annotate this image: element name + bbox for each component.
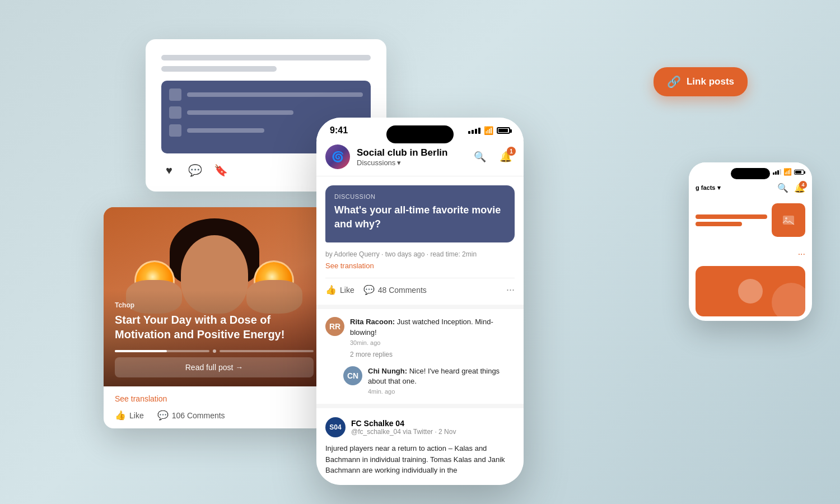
like-icon: 👍: [325, 284, 337, 295]
post-title: Start Your Day with a Dose of Motivation…: [115, 312, 314, 342]
bookmark-icon[interactable]: 🔖: [213, 162, 228, 178]
see-translation-discussion[interactable]: See translation: [325, 262, 515, 270]
right-card-thumbnail: [772, 203, 805, 237]
right-wifi-icon: 📶: [783, 168, 792, 176]
link-icon: 🔗: [667, 75, 681, 88]
phone-right-header-text: g facts ▾: [696, 184, 773, 192]
phone-right-notch: [731, 168, 770, 179]
comments-action[interactable]: 💬 48 Comments: [363, 284, 427, 295]
notification-button[interactable]: 🔔 1: [497, 148, 515, 166]
rita-comment-text: Rita Racoon: Just watched Inception. Min…: [350, 317, 515, 337]
read-full-post-button[interactable]: Read full post →: [115, 357, 314, 377]
like-label: Like: [129, 411, 144, 420]
phone-header-actions: 🔍 🔔 1: [471, 148, 515, 166]
schalke-avatar: S04: [325, 417, 346, 437]
phone-time: 9:41: [330, 125, 348, 136]
image-placeholder-icon: [782, 213, 795, 227]
desktop-line-1: [161, 55, 371, 60]
notification-badge: 1: [507, 147, 516, 156]
right-more-options[interactable]: ···: [689, 247, 812, 262]
more-replies[interactable]: 2 more replies: [350, 351, 515, 358]
svg-point-1: [785, 217, 787, 220]
desktop-img-line-1: [187, 92, 363, 97]
discussion-meta: by Adorlee Querry · two days ago · read …: [325, 250, 515, 258]
desktop-img-sq-2: [169, 106, 181, 119]
twitter-account: @fc_schalke_04: [351, 428, 401, 436]
comment-item-1: RR Rita Racoon: Just watched Inception. …: [325, 317, 515, 346]
right-search-button[interactable]: 🔍: [777, 183, 788, 193]
rita-name: Rita Racoon:: [350, 318, 395, 326]
heart-icon[interactable]: ♥: [161, 162, 177, 178]
like-label: Like: [340, 286, 354, 295]
post-image: Tchop Start Your Day with a Dose of Moti…: [104, 207, 325, 386]
discussions-label: Discussions: [357, 158, 395, 167]
phone-app-avatar: 🌀: [325, 144, 350, 169]
chi-avatar: CN: [343, 366, 362, 385]
comments-stat[interactable]: 💬 106 Comments: [157, 410, 225, 421]
right-item-1: [696, 203, 805, 237]
discussion-card: Discussion What's your all-time favorite…: [316, 176, 524, 305]
twitter-body: Injured players near a return to action …: [325, 443, 515, 476]
twitter-card: S04 FC Schalke 04 @fc_schalke_04 via Twi…: [316, 404, 524, 485]
phone-center: 9:41 📶 🌀 Social club in Berlin Discussio…: [316, 118, 524, 485]
phone-notch: [386, 125, 454, 143]
post-progress: [115, 349, 314, 353]
right-bar-full: [696, 214, 767, 219]
progress-bar-2: [220, 350, 314, 352]
comments-icon: 💬: [363, 284, 375, 295]
right-notification-button[interactable]: 🔔 4: [794, 183, 805, 193]
progress-fill: [115, 350, 167, 352]
link-posts-button[interactable]: 🔗 Link posts: [654, 67, 748, 96]
phone-right: 📶 g facts ▾ 🔍 🔔 4: [689, 162, 812, 321]
post-tag: Tchop: [115, 301, 314, 309]
progress-bar: [115, 350, 209, 352]
right-header-actions: 🔍 🔔 4: [777, 183, 805, 193]
post-stats: 👍 Like 💬 106 Comments: [115, 410, 314, 421]
search-button[interactable]: 🔍: [471, 148, 489, 166]
battery-icon: [497, 127, 510, 134]
discussion-label: Discussion: [334, 193, 506, 200]
phone-header-text: Social club in Berlin Discussions ▾: [357, 147, 464, 167]
like-action[interactable]: 👍 Like: [325, 284, 354, 295]
twitter-handle: @fc_schalke_04 via Twitter · 2 Nov: [351, 428, 456, 436]
wifi-icon: 📶: [484, 126, 493, 135]
rita-comment-time: 30min. ago: [350, 339, 515, 346]
thumb-up-icon: 👍: [115, 410, 126, 421]
comment-icon[interactable]: 💬: [187, 162, 203, 178]
desktop-img-line-3: [187, 128, 264, 133]
twitter-header: S04 FC Schalke 04 @fc_schalke_04 via Twi…: [325, 417, 515, 437]
right-big-card: [696, 266, 805, 316]
discussion-question: What's your all-time favorite movie and …: [334, 203, 506, 231]
phone-right-header: g facts ▾ 🔍 🔔 4: [689, 179, 812, 199]
phone-community-name: Social club in Berlin: [357, 147, 464, 158]
discussion-bubble: Discussion What's your all-time favorite…: [325, 185, 515, 242]
twitter-source: via Twitter · 2 Nov: [403, 428, 456, 436]
desktop-img-sq-3: [169, 124, 181, 137]
right-battery-icon: [794, 170, 804, 175]
comment-section: RR Rita Racoon: Just watched Inception. …: [316, 305, 524, 404]
discussion-actions: 👍 Like 💬 48 Comments ···: [325, 278, 515, 296]
desktop-line-2: [161, 66, 277, 72]
chi-comment-time: 4min. ago: [368, 388, 515, 395]
right-big-avatar: [738, 279, 763, 304]
chi-initials: CN: [343, 366, 362, 385]
comments-count: 48 Comments: [378, 286, 427, 295]
desktop-img-line-2: [187, 110, 293, 115]
chi-comment-body: Chi Nungh: Nice! I've heard great things…: [368, 366, 515, 395]
comment-bubble-icon: 💬: [157, 410, 169, 421]
right-signal: [773, 169, 781, 175]
desktop-img-sq-1: [169, 88, 181, 101]
see-translation-link[interactable]: See translation: [115, 394, 314, 403]
rita-comment-body: Rita Racoon: Just watched Inception. Min…: [350, 317, 515, 346]
signal-bars: [468, 128, 480, 134]
post-footer: See translation 👍 Like 💬 106 Comments: [104, 386, 325, 428]
link-posts-label: Link posts: [687, 76, 734, 87]
post-card: Tchop Start Your Day with a Dose of Moti…: [104, 207, 325, 428]
chevron-down-icon: ▾: [397, 158, 401, 167]
like-stat[interactable]: 👍 Like: [115, 410, 144, 421]
phone-right-body: [689, 199, 812, 247]
right-notification-badge: 4: [799, 181, 807, 189]
rita-avatar: RR: [325, 317, 344, 336]
more-options-button[interactable]: ···: [506, 284, 515, 296]
chi-comment-text: Chi Nungh: Nice! I've heard great things…: [368, 366, 515, 386]
